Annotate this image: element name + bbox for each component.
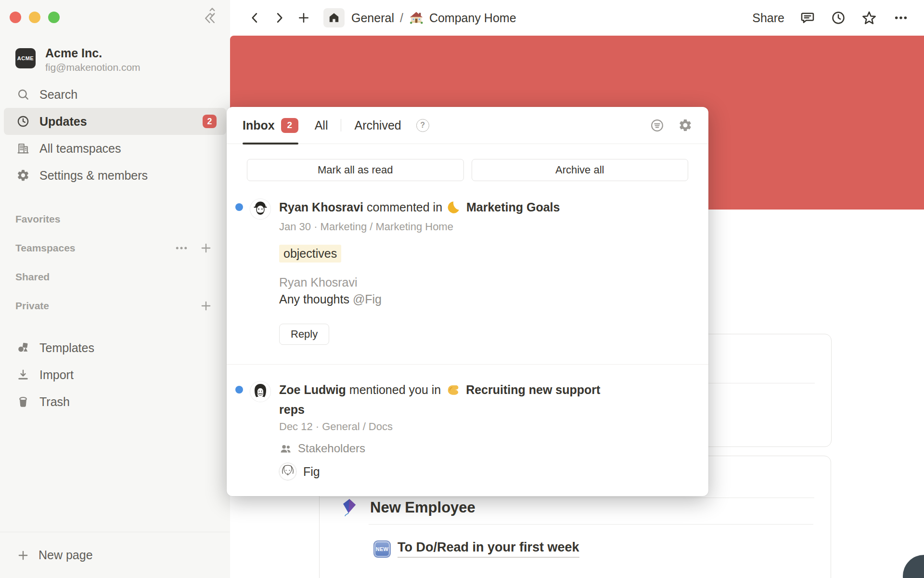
sidebar-item-templates[interactable]: Templates: [4, 334, 226, 361]
sidebar-item-label: Import: [39, 368, 74, 382]
mark-all-read-button[interactable]: Mark all as read: [247, 159, 464, 181]
sidebar-item-all-teamspaces[interactable]: All teamspaces: [4, 135, 226, 162]
tab-label: All: [315, 118, 328, 132]
fig-avatar: [279, 463, 296, 480]
share-button[interactable]: Share: [752, 11, 784, 25]
inbox-actions: Mark all as read Archive all: [247, 159, 688, 181]
people-icon: [279, 442, 292, 455]
teamspace-home-chip[interactable]: [323, 8, 345, 27]
section-label: Favorites: [15, 213, 60, 225]
history-clock-icon[interactable]: [831, 10, 846, 26]
trash-icon: [16, 395, 30, 408]
filter-icon[interactable]: [650, 118, 665, 133]
workspace-switch-chevrons-icon[interactable]: [206, 5, 218, 21]
sidebar-item-label: All teamspaces: [39, 142, 121, 156]
action-text: commented in: [367, 200, 442, 214]
zoom-window-button[interactable]: [48, 12, 60, 23]
unread-dot: [235, 386, 243, 394]
sidebar-item-import[interactable]: Import: [4, 361, 226, 388]
sidebar-item-label: Search: [39, 88, 77, 102]
heading-divider: [369, 524, 813, 525]
highlighted-text: objectives: [279, 245, 341, 263]
comment-body: Any thoughts @Fig: [279, 292, 686, 306]
workspace-email: fig@makenotion.com: [45, 62, 141, 73]
add-private-page-icon[interactable]: [199, 299, 213, 313]
sidebar-tools: Templates Import Trash: [4, 334, 226, 415]
section-private[interactable]: Private: [15, 291, 222, 320]
clock-icon: [16, 115, 30, 128]
archive-all-button[interactable]: Archive all: [472, 159, 689, 181]
active-tab-underline: [243, 143, 298, 144]
help-icon[interactable]: ?: [416, 119, 429, 132]
user-mention[interactable]: @Fig: [353, 292, 382, 306]
tab-label: Archived: [354, 118, 401, 132]
sidebar-sections: Favorites Teamspaces Shared Private: [15, 205, 222, 320]
notification-item[interactable]: Zoe Ludwig mentioned you in Recruiting n…: [227, 365, 708, 480]
team-tag-label: Stakeholders: [298, 442, 365, 455]
more-icon[interactable]: [174, 241, 189, 255]
tab-all[interactable]: All: [315, 107, 328, 144]
section-label: Teamspaces: [15, 242, 76, 254]
close-window-button[interactable]: [10, 12, 21, 23]
avatar: [250, 381, 270, 402]
back-button[interactable]: [248, 11, 262, 25]
updates-popover: Inbox 2 All Archived ? Mark al: [227, 107, 708, 496]
actor-name: Zoe Ludwig: [279, 383, 346, 396]
section-shared[interactable]: Shared: [15, 263, 222, 291]
workspace-info: Acme Inc. fig@makenotion.com: [45, 46, 141, 73]
new-page-row[interactable]: New page: [0, 532, 230, 578]
workspace-switcher[interactable]: ACME Acme Inc. fig@makenotion.com: [15, 46, 222, 73]
favorite-star-icon[interactable]: [861, 10, 877, 26]
tab-archived[interactable]: Archived: [354, 107, 401, 144]
notification-title: Ryan Khosravi commented in Marketing Goa…: [279, 198, 611, 218]
card-divider: [320, 498, 814, 498]
notion-app-window: ACME Acme Inc. fig@makenotion.com Search…: [0, 0, 924, 578]
sidebar-item-settings[interactable]: Settings & members: [4, 162, 226, 189]
new-button-emoji-icon: NEW: [373, 540, 391, 558]
settings-gear-icon[interactable]: [678, 118, 693, 132]
workspace-logo: ACME: [15, 48, 36, 68]
tab-inbox[interactable]: Inbox 2: [243, 107, 298, 144]
search-icon: [16, 88, 30, 101]
sidebar: ACME Acme Inc. fig@makenotion.com Search…: [0, 0, 230, 578]
reply-button[interactable]: Reply: [279, 324, 329, 345]
section-favorites[interactable]: Favorites: [15, 205, 222, 234]
sidebar-nav: Search Updates 2 All teamspaces Setting: [4, 81, 226, 189]
notification-meta: Dec 12 · General / Docs: [279, 420, 686, 433]
page-title-link[interactable]: Marketing Goals: [466, 200, 560, 214]
forward-button[interactable]: [272, 11, 286, 25]
new-page-label: New page: [38, 548, 93, 562]
todo-page-link[interactable]: To Do/Read in your first week: [398, 540, 579, 558]
minimize-window-button[interactable]: [29, 12, 40, 23]
help-button[interactable]: [903, 555, 924, 578]
notification-list: Ryan Khosravi commented in Marketing Goa…: [227, 198, 708, 496]
sidebar-item-label: Updates: [39, 115, 87, 129]
section-label: Shared: [15, 271, 50, 283]
tab-label: Inbox: [243, 118, 275, 132]
add-teamspace-icon[interactable]: [199, 241, 213, 255]
breadcrumb-team[interactable]: General: [351, 11, 394, 25]
new-tab-button[interactable]: [296, 11, 311, 25]
notification-item[interactable]: Ryan Khosravi commented in Marketing Goa…: [227, 198, 708, 345]
home-icon: [328, 12, 340, 24]
plus-icon: [16, 549, 30, 562]
breadcrumb-page[interactable]: Company Home: [429, 11, 516, 25]
section-teamspaces[interactable]: Teamspaces: [15, 234, 222, 263]
sidebar-item-updates[interactable]: Updates 2: [4, 108, 226, 135]
sidebar-item-label: Trash: [39, 395, 70, 409]
breadcrumb: General / Company Home: [351, 11, 516, 25]
sidebar-item-label: Settings & members: [39, 169, 148, 183]
comments-icon[interactable]: [800, 10, 815, 26]
sidebar-item-trash[interactable]: Trash: [4, 388, 226, 415]
sidebar-item-search[interactable]: Search: [4, 81, 226, 108]
unread-dot: [235, 203, 243, 211]
templates-shapes-icon: [16, 341, 30, 355]
window-controls: [10, 12, 60, 23]
building-icon: [16, 142, 30, 155]
more-options-icon[interactable]: [892, 10, 910, 26]
updates-badge: 2: [203, 115, 217, 128]
breadcrumb-separator: /: [400, 11, 403, 25]
flexed-biceps-emoji-icon: [446, 383, 461, 401]
notification-title: Zoe Ludwig mentioned you in Recruiting n…: [279, 381, 611, 418]
kite-emoji-icon: [341, 499, 359, 517]
